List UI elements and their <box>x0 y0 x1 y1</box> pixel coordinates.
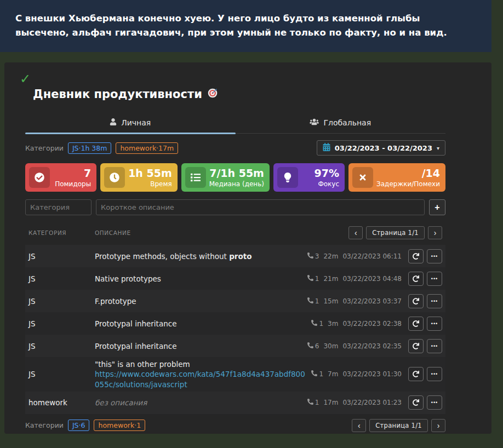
row-calls: 1 <box>315 399 319 406</box>
lightbulb-icon <box>277 167 298 188</box>
table-row: JS Prototypal inheritance 6 30m 03/22/20… <box>25 335 445 357</box>
category-badge-homework[interactable]: homework·17m <box>116 142 178 154</box>
phone-icon <box>307 275 313 283</box>
page-indicator: Страница 1/1 <box>369 419 428 432</box>
row-description: Prototypal inheritance <box>95 341 307 351</box>
row-link[interactable]: https://www.codewars.com/kata/547f1a8d4a… <box>95 370 305 388</box>
more-actions-button[interactable]: ••• <box>427 249 442 263</box>
table-row: JS "this" is an other problem https://ww… <box>25 357 445 392</box>
stat-card-focus: 97% Фокус <box>273 163 345 192</box>
more-actions-button[interactable]: ••• <box>427 294 442 308</box>
phone-icon <box>307 342 313 350</box>
phone-icon <box>307 297 313 305</box>
row-category: JS <box>28 319 95 328</box>
row-duration: 22m <box>323 252 338 260</box>
row-calls: 1 <box>319 370 323 378</box>
phone-icon <box>311 320 317 328</box>
row-category: JS <box>28 297 95 306</box>
table-row: homework без описания 1 17m 03/22/2023 0… <box>25 392 445 414</box>
refresh-button[interactable] <box>408 272 424 286</box>
categories-label: Категории <box>25 144 64 152</box>
more-actions-button[interactable]: ••• <box>427 395 442 410</box>
row-datetime: 03/22/2023 02:35 <box>342 342 402 350</box>
row-calls: 3 <box>315 252 319 260</box>
stat-card-time: 1h 55m Время <box>100 163 178 192</box>
stat-cards: 7 Помидоры 1h 55m Время 7/1h 55m Медиана… <box>25 163 445 192</box>
more-actions-button[interactable]: ••• <box>427 272 442 286</box>
table-row: JS F.prototype 1 15m 03/22/2023 03:37 ••… <box>25 290 445 312</box>
row-duration: 15m <box>323 297 338 305</box>
stat-delays-value: /14 <box>376 168 440 180</box>
date-range-picker[interactable]: 03/22/2023 - 03/22/2023 ▾ <box>317 140 445 156</box>
row-duration: 30m <box>323 342 338 350</box>
row-datetime: 03/22/2023 06:11 <box>342 252 402 260</box>
row-calls: 1 <box>315 297 319 305</box>
more-actions-button[interactable]: ••• <box>427 317 442 331</box>
stat-time-value: 1h 55m <box>128 168 172 180</box>
row-description: Native prototypes <box>95 274 307 284</box>
row-description: F.prototype <box>95 296 307 306</box>
refresh-button[interactable] <box>408 317 424 331</box>
page-indicator: Страница 1/1 <box>366 226 425 239</box>
check-circle-icon <box>29 167 50 188</box>
stat-median-value: 7/1h 55m <box>209 168 264 180</box>
user-icon <box>110 118 117 127</box>
note-banner: С внешки Хьюбермана конечно хуею. У него… <box>0 0 491 52</box>
table-header: КАТЕГОРИЯ ОПИСАНИЕ ‹ Страница 1/1 › <box>25 224 445 245</box>
footer-badge-homework[interactable]: homework·1 <box>94 420 145 431</box>
refresh-button[interactable] <box>408 249 424 263</box>
category-input[interactable] <box>25 199 92 215</box>
list-icon <box>185 167 206 188</box>
tab-bar: Личная Глобальная <box>25 114 445 134</box>
refresh-button[interactable] <box>408 367 424 381</box>
next-page-button[interactable]: › <box>428 226 442 239</box>
phone-icon <box>307 399 313 406</box>
clock-icon <box>104 167 125 188</box>
description-input[interactable] <box>96 199 425 215</box>
stat-focus-value: 97% <box>301 168 339 180</box>
tab-global[interactable]: Глобальная <box>236 114 446 133</box>
page-title: Дневник продуктивности <box>33 88 445 101</box>
row-datetime: 03/22/2023 04:48 <box>342 275 402 283</box>
footer-badge-js[interactable]: JS·6 <box>68 420 90 431</box>
add-entry-button[interactable]: + <box>429 199 445 215</box>
row-datetime: 03/22/2023 02:38 <box>342 320 402 328</box>
x-icon <box>352 167 373 188</box>
checkmark-icon: ✓ <box>20 72 445 85</box>
refresh-button[interactable] <box>408 294 424 308</box>
footer-summary: Категории JS·6 homework·1 ‹ Страница 1/1… <box>25 419 445 432</box>
row-category: JS <box>28 252 95 261</box>
row-category: JS <box>28 370 95 378</box>
chevron-down-icon: ▾ <box>437 145 439 151</box>
row-datetime: 03/22/2023 01:23 <box>342 399 402 406</box>
prev-page-button[interactable]: ‹ <box>352 419 366 432</box>
stat-card-pomodoros: 7 Помидоры <box>25 163 96 192</box>
table-row: JS Prototypal inheritance 1 3m 03/22/202… <box>25 312 445 335</box>
calendar-icon <box>323 143 330 153</box>
row-calls: 1 <box>315 275 319 283</box>
row-description: "this" is an other problem https://www.c… <box>95 359 311 389</box>
new-entry-form: + <box>25 199 445 215</box>
next-page-button[interactable]: › <box>431 419 445 432</box>
phone-icon <box>307 252 313 260</box>
row-datetime: 03/22/2023 03:37 <box>342 297 402 305</box>
row-calls: 1 <box>319 320 323 328</box>
row-description: Prototype methods, objects without proto <box>95 251 307 261</box>
stat-card-delays: /14 Задержки/Помехи <box>348 163 445 192</box>
refresh-button[interactable] <box>408 339 424 353</box>
tab-personal[interactable]: Личная <box>25 114 236 133</box>
prev-page-button[interactable]: ‹ <box>348 226 363 239</box>
more-actions-button[interactable]: ••• <box>427 367 442 381</box>
date-range-value: 03/22/2023 - 03/22/2023 <box>335 144 432 152</box>
category-badge-js[interactable]: JS·1h 38m <box>68 142 112 154</box>
target-icon <box>207 88 218 101</box>
row-calls: 6 <box>315 342 319 350</box>
refresh-button[interactable] <box>408 395 424 410</box>
header-category: КАТЕГОРИЯ <box>28 229 95 236</box>
row-category: homework <box>28 398 95 407</box>
row-description: без описания <box>95 398 307 407</box>
row-duration: 21m <box>323 275 338 283</box>
categories-label: Категории <box>25 421 64 429</box>
more-actions-button[interactable]: ••• <box>427 339 442 353</box>
users-icon <box>310 118 319 127</box>
